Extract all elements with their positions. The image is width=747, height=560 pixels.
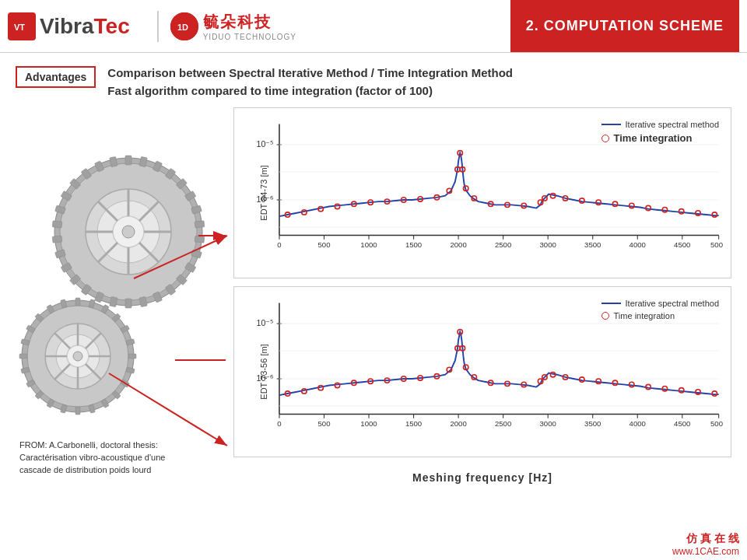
svg-text:500: 500: [317, 419, 330, 428]
svg-rect-40: [52, 236, 62, 243]
vibratec-icon: VT: [8, 12, 36, 40]
svg-text:3000: 3000: [540, 240, 556, 249]
chart2-legend: Iterative spectral method Time integrati…: [601, 299, 719, 324]
legend2-circle-icon: [601, 312, 609, 320]
svg-rect-25: [195, 221, 205, 228]
legend-circle-icon: [601, 135, 609, 142]
svg-text:1D: 1D: [177, 23, 188, 32]
svg-text:1500: 1500: [405, 240, 422, 249]
yiduo-text: 毓朵科技 YIDUO TECHNOLOGY: [203, 12, 296, 41]
svg-text:4000: 4000: [630, 419, 646, 428]
svg-text:1000: 1000: [360, 419, 377, 428]
logo-vibratec: VT VibraTec: [8, 12, 130, 40]
svg-text:500: 500: [317, 240, 330, 249]
content-area: FROM: A.Carbonelli, doctoral thesis: Car…: [16, 107, 731, 484]
section-title-box: 2. COMPUTATION SCHEME: [510, 0, 739, 52]
charts-section: EDT 84-73 [m] 10⁻⁵ 10⁻⁶: [233, 107, 731, 484]
svg-text:2000: 2000: [450, 419, 466, 428]
svg-text:2500: 2500: [495, 419, 511, 428]
comparison-title: Comparison between Spectral Iterative Me…: [107, 65, 513, 100]
yiduo-icon: 1D: [170, 12, 198, 40]
svg-line-91: [109, 373, 227, 446]
gear-section: FROM: A.Carbonelli, doctoral thesis: Car…: [16, 107, 233, 481]
watermark-url: www.1CAE.com: [672, 546, 739, 557]
title-row: Advantages Comparison between Spectral I…: [16, 65, 731, 100]
svg-point-9: [122, 226, 135, 238]
gear-illustration: [16, 107, 233, 481]
svg-text:3500: 3500: [584, 240, 601, 249]
chart2-container: EDT 73-56 [m] 10⁻⁵ 10⁻⁶: [233, 286, 731, 457]
svg-text:10⁻⁵: 10⁻⁵: [257, 318, 274, 327]
svg-rect-80: [19, 354, 27, 359]
section-title: COMPUTATION SCHEME: [544, 18, 724, 34]
svg-rect-26: [195, 236, 205, 243]
svg-text:4000: 4000: [630, 240, 646, 249]
header: VT VibraTec 1D 毓朵科技 YIDUO TECHNOLOGY 2. …: [0, 0, 747, 53]
footer-watermark: 仿 真 在 线 www.1CAE.com: [665, 529, 747, 560]
advantages-box: Advantages: [16, 66, 96, 88]
legend-item-circle: Time integration: [601, 132, 719, 144]
chart1-legend: Iterative spectral method Time integrati…: [601, 120, 719, 147]
svg-text:10⁻⁵: 10⁻⁵: [257, 139, 274, 149]
svg-text:5000: 5000: [710, 240, 723, 249]
svg-rect-18: [125, 156, 132, 165]
legend-item-line: Iterative spectral method: [601, 120, 719, 129]
svg-text:0: 0: [277, 419, 281, 428]
chart1-container: EDT 84-73 [m] 10⁻⁵ 10⁻⁶: [233, 107, 731, 278]
svg-text:4500: 4500: [674, 419, 690, 428]
x-axis-main-label: Meshing frequency [Hz]: [233, 471, 731, 484]
legend2-line-icon: [601, 303, 621, 304]
svg-rect-41: [52, 221, 62, 228]
svg-rect-74: [75, 407, 80, 415]
svg-text:1500: 1500: [405, 419, 422, 428]
svg-rect-68: [128, 354, 136, 359]
svg-text:2000: 2000: [450, 240, 466, 249]
svg-rect-33: [125, 299, 132, 308]
svg-point-53: [73, 352, 82, 361]
svg-text:2500: 2500: [495, 240, 511, 249]
section-number: 2.: [526, 18, 539, 34]
svg-text:0: 0: [277, 240, 281, 249]
svg-text:1000: 1000: [360, 240, 377, 249]
legend-line-icon: [601, 124, 621, 125]
svg-text:3500: 3500: [584, 419, 601, 428]
svg-text:5000: 5000: [710, 419, 723, 428]
legend2-item-circle: Time integration: [601, 311, 719, 320]
logo-yiduo: 1D 毓朵科技 YIDUO TECHNOLOGY: [170, 12, 296, 41]
chart1-y-label: EDT 84-73 [m]: [259, 165, 268, 220]
vibratec-text: VibraTec: [40, 14, 130, 39]
svg-text:3000: 3000: [540, 419, 556, 428]
legend2-item-line: Iterative spectral method: [601, 299, 719, 308]
svg-text:VT: VT: [14, 23, 25, 32]
main-content: Advantages Comparison between Spectral I…: [0, 53, 747, 495]
svg-rect-62: [75, 298, 80, 306]
citation: FROM: A.Carbonelli, doctoral thesis: Car…: [19, 439, 165, 477]
watermark-chinese: 仿 真 在 线: [686, 532, 739, 546]
logo-divider: [157, 11, 159, 42]
svg-text:4500: 4500: [674, 240, 690, 249]
chart2-y-label: EDT 73-56 [m]: [259, 344, 268, 399]
